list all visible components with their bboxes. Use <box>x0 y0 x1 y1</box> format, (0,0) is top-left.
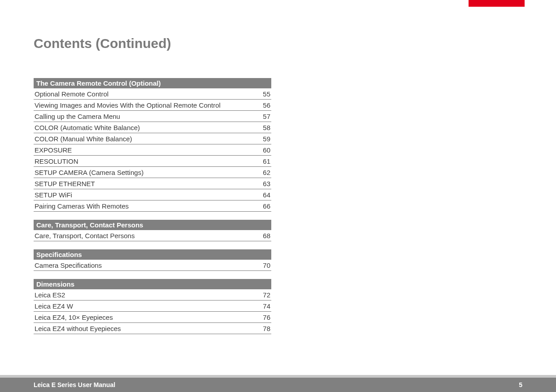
toc-page: 66 <box>257 202 270 210</box>
section-header: The Camera Remote Control (Optional) <box>34 78 271 88</box>
toc-label: Leica ES2 <box>35 291 257 299</box>
section-header: Care, Transport, Contact Persons <box>34 220 271 230</box>
toc-label: EXPOSURE <box>35 146 257 154</box>
toc-entry[interactable]: Viewing Images and Movies With the Optio… <box>34 100 271 111</box>
toc-label: Optional Remote Control <box>35 90 257 98</box>
toc-page: 76 <box>257 314 270 321</box>
toc-entry[interactable]: COLOR (Manual White Balance)59 <box>34 133 271 144</box>
toc-label: COLOR (Manual White Balance) <box>35 135 257 143</box>
toc-label: Pairing Cameras With Remotes <box>35 202 257 210</box>
toc-entry[interactable]: Calling up the Camera Menu57 <box>34 111 271 122</box>
toc-page: 60 <box>257 146 270 154</box>
section-header: Specifications <box>34 249 271 260</box>
toc-entry[interactable]: EXPOSURE60 <box>34 144 271 156</box>
toc-page: 78 <box>257 325 270 332</box>
toc-page: 55 <box>257 90 270 98</box>
toc-column: The Camera Remote Control (Optional) Opt… <box>34 78 271 334</box>
toc-entry[interactable]: SETUP CAMERA (Camera Settings)62 <box>34 167 271 178</box>
footer-doc-title: Leica E Series User Manual <box>34 381 115 388</box>
section-header: Dimensions <box>34 279 271 289</box>
toc-label: RESOLUTION <box>35 157 257 165</box>
toc-page: 64 <box>257 191 270 199</box>
page-footer: Leica E Series User Manual 5 <box>0 378 556 392</box>
toc-page: 58 <box>257 124 270 131</box>
toc-page: 56 <box>257 101 270 109</box>
toc-page: 62 <box>257 169 270 176</box>
toc-entry[interactable]: Leica EZ4 W74 <box>34 301 271 312</box>
toc-label: Leica EZ4, 10× Eyepieces <box>35 314 257 321</box>
toc-entry[interactable]: Leica EZ4 without Eyepieces78 <box>34 323 271 334</box>
toc-label: Care, Transport, Contact Persons <box>35 232 257 240</box>
toc-page: 61 <box>257 157 270 165</box>
page-content: Contents (Continued) The Camera Remote C… <box>0 0 556 334</box>
toc-label: Viewing Images and Movies With the Optio… <box>35 101 257 109</box>
toc-label: Leica EZ4 without Eyepieces <box>35 325 257 332</box>
toc-page: 70 <box>257 261 270 269</box>
toc-label: Camera Specifications <box>35 261 257 269</box>
toc-page: 59 <box>257 135 270 143</box>
toc-entry[interactable]: SETUP ETHERNET63 <box>34 178 271 189</box>
toc-page: 57 <box>257 113 270 120</box>
toc-page: 74 <box>257 302 270 310</box>
page-index-tab <box>469 0 525 7</box>
toc-label: Calling up the Camera Menu <box>35 113 257 120</box>
toc-page: 63 <box>257 180 270 187</box>
toc-label: COLOR (Automatic White Balance) <box>35 124 257 131</box>
toc-entry[interactable]: SETUP WiFi64 <box>34 189 271 200</box>
footer-page-number: 5 <box>519 381 522 388</box>
toc-entry[interactable]: COLOR (Automatic White Balance)58 <box>34 122 271 133</box>
toc-entry[interactable]: Optional Remote Control55 <box>34 88 271 100</box>
toc-label: SETUP WiFi <box>35 191 257 199</box>
toc-label: Leica EZ4 W <box>35 302 257 310</box>
toc-label: SETUP CAMERA (Camera Settings) <box>35 169 257 176</box>
toc-entry[interactable]: Leica ES272 <box>34 289 271 301</box>
toc-entry[interactable]: Camera Specifications70 <box>34 260 271 271</box>
page-title: Contents (Continued) <box>34 36 556 51</box>
toc-entry[interactable]: Leica EZ4, 10× Eyepieces76 <box>34 312 271 323</box>
toc-entry[interactable]: Pairing Cameras With Remotes66 <box>34 200 271 212</box>
toc-label: SETUP ETHERNET <box>35 180 257 187</box>
toc-entry[interactable]: Care, Transport, Contact Persons68 <box>34 230 271 241</box>
toc-entry[interactable]: RESOLUTION61 <box>34 156 271 167</box>
toc-page: 68 <box>257 232 270 240</box>
toc-page: 72 <box>257 291 270 299</box>
